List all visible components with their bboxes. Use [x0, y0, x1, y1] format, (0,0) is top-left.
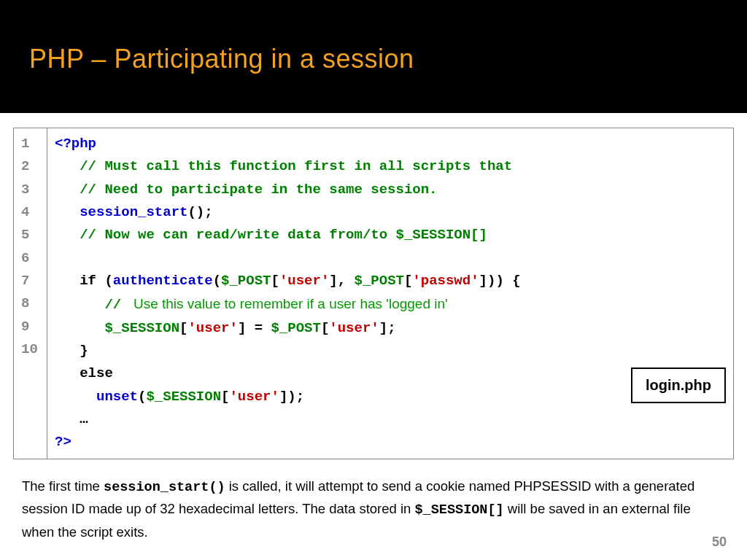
code-text: [: [221, 389, 229, 405]
code-var: $_SESSION: [146, 389, 221, 405]
code-func: session_start: [80, 204, 187, 220]
code-text: …: [80, 411, 88, 427]
filename-label: login.php: [631, 368, 726, 403]
code-text: }: [80, 343, 88, 359]
explanation-text: The first time session_start() is called…: [22, 475, 725, 543]
code-text: (: [138, 389, 146, 405]
code-block: <?php // Must call this function first i…: [47, 128, 734, 459]
code-text: if (: [80, 273, 113, 289]
code-comment: // Now we can read/write data from/to $_…: [80, 227, 487, 243]
code-text: [: [271, 273, 279, 289]
code-var: $_POST: [355, 273, 404, 289]
line-numbers: 1 2 3 4 5 6 7 8 9 10: [14, 128, 47, 459]
code-text: ],: [329, 273, 354, 289]
code-var: $_POST: [221, 273, 271, 289]
slide-header: PHP – Participating in a session: [0, 0, 747, 113]
code-var: $_POST: [271, 320, 320, 336]
code-text: ] =: [238, 320, 271, 336]
code-text: ])) {: [479, 273, 521, 289]
code-text: ];: [379, 320, 396, 336]
code-table: 1 2 3 4 5 6 7 8 9 10 <?php // Must call …: [13, 128, 734, 459]
code-string: 'passwd': [412, 273, 479, 289]
code-func: authenticate: [113, 273, 213, 289]
code-comment: // Must call this function first in all …: [80, 158, 512, 174]
code-string: 'user': [229, 389, 279, 405]
code-text: [: [179, 320, 187, 336]
explain-mono: session_start(): [104, 480, 225, 495]
code-comment-text: Use this value to remember if a user has…: [130, 296, 448, 311]
code-comment: // Need to participate in the same sessi…: [80, 182, 437, 198]
slide-title: PHP – Participating in a session: [29, 44, 718, 74]
code-string: 'user': [187, 320, 237, 336]
code-comment-slashes: //: [104, 297, 129, 313]
code-text: (: [213, 273, 221, 289]
page-number: 50: [712, 534, 727, 550]
code-text: else: [80, 365, 113, 381]
code-string: 'user': [279, 273, 329, 289]
code-var: $_SESSION: [104, 320, 179, 336]
code-func: unset: [96, 389, 138, 405]
code-text: [: [321, 320, 329, 336]
code-text: [: [404, 273, 412, 289]
php-open-tag: <?php: [55, 136, 96, 152]
explain-text: The first time: [22, 478, 104, 494]
code-text: ();: [187, 204, 212, 220]
code-text: ]);: [279, 389, 304, 405]
explain-mono: $_SESSION[]: [415, 502, 504, 518]
php-close-tag: ?>: [55, 434, 71, 450]
code-string: 'user': [329, 320, 379, 336]
